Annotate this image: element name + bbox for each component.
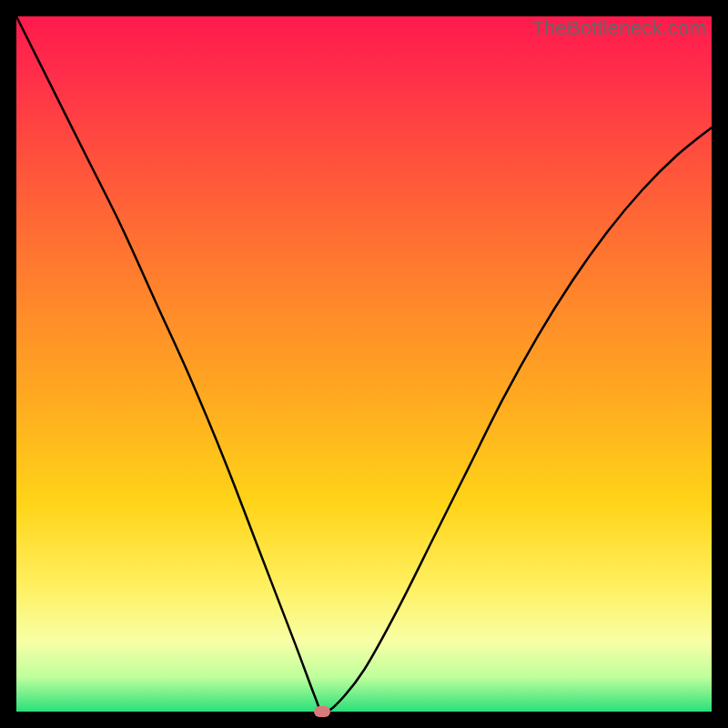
chart-frame: TheBottleneck.com	[0, 0, 728, 728]
optimum-marker	[314, 706, 330, 717]
chart-plot-area: TheBottleneck.com	[16, 16, 712, 712]
bottleneck-curve	[16, 16, 712, 712]
